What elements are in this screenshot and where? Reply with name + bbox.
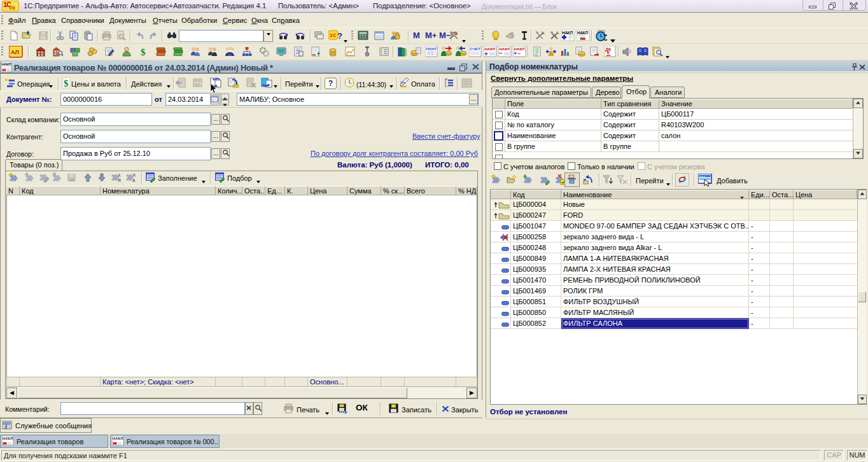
svg-text:−: −: [517, 50, 521, 57]
svg-text:А: А: [118, 173, 121, 178]
svg-text:АЛ: АЛ: [11, 49, 19, 55]
svg-text:?: ?: [337, 31, 342, 41]
svg-text:i: i: [5, 423, 7, 430]
svg-text:+: +: [514, 50, 517, 57]
svg-text:НАКЛ: НАКЛ: [2, 62, 11, 66]
svg-text:1С: 1С: [330, 32, 336, 38]
svg-text:−: −: [499, 50, 503, 57]
svg-text:$: $: [141, 47, 146, 57]
svg-text:Σ: Σ: [606, 50, 611, 57]
svg-text:ОК: ОК: [69, 178, 74, 182]
svg-text:А: А: [132, 178, 136, 183]
svg-text:ПЛАТ: ПЛАТ: [426, 47, 437, 51]
svg-text:Я: Я: [132, 173, 136, 178]
svg-text:НАКЛ: НАКЛ: [577, 31, 588, 35]
svg-text:$: $: [64, 78, 69, 88]
svg-text:НАКЛ: НАКЛ: [3, 437, 13, 440]
svg-text:СЧЕТ: СЧЕТ: [470, 47, 480, 51]
svg-text:+: +: [484, 50, 488, 57]
svg-text:НАКЛ: НАКЛ: [113, 437, 123, 440]
svg-text:Я: Я: [118, 178, 121, 183]
svg-text:НАКЛ: НАКЛ: [562, 31, 573, 35]
